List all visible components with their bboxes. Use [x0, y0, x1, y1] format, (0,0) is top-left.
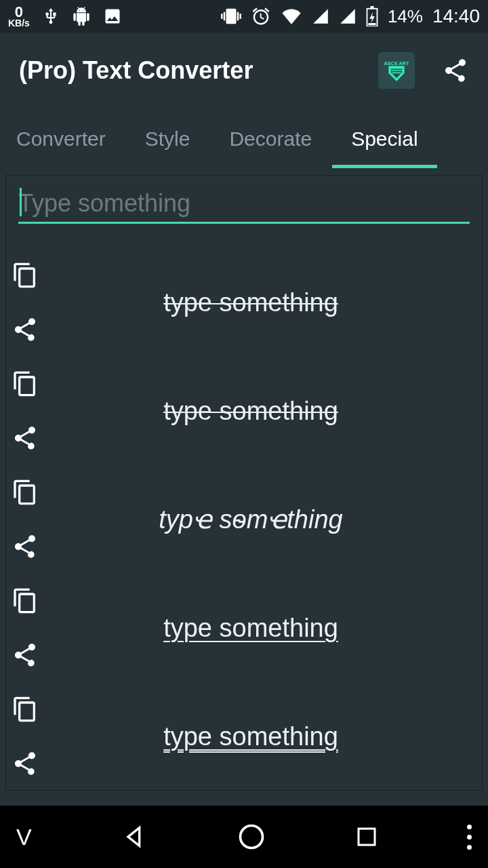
tab-converter[interactable]: Converter — [16, 127, 106, 167]
share-icon[interactable] — [12, 425, 39, 452]
nav-v-label: V — [16, 824, 33, 850]
result-text: typҽ sѳmҽthing — [159, 505, 342, 534]
result-row: type something — [6, 682, 482, 791]
status-bar: 0 KB/s 14% 14:40 — [0, 0, 488, 33]
result-text: type something — [163, 614, 338, 643]
battery-icon — [366, 6, 378, 26]
signal2-icon — [339, 7, 357, 25]
share-icon[interactable] — [12, 316, 39, 343]
back-button[interactable] — [121, 823, 148, 850]
recent-button[interactable] — [354, 825, 379, 849]
copy-icon[interactable] — [12, 696, 39, 723]
result-text: type something — [163, 722, 338, 751]
wifi-icon — [281, 7, 302, 26]
menu-dots-icon[interactable] — [467, 825, 472, 850]
app-title: (Pro) Text Converter — [19, 56, 253, 85]
ascii-art-button[interactable]: ASCII ART — [378, 52, 415, 89]
tab-bar: Converter Style Decorate Special — [0, 108, 488, 170]
svg-rect-2 — [368, 23, 375, 25]
battery-percent: 14% — [388, 6, 423, 27]
text-input[interactable] — [18, 185, 470, 224]
share-icon[interactable] — [12, 642, 39, 669]
copy-icon[interactable] — [12, 370, 39, 397]
tab-style[interactable]: Style — [145, 127, 190, 167]
clock-time: 14:40 — [432, 5, 480, 27]
content-area: type something type something — [5, 175, 483, 791]
share-icon[interactable] — [12, 750, 39, 777]
usb-icon — [42, 6, 60, 26]
network-speed: 0 KB/s — [8, 5, 30, 27]
svg-rect-1 — [370, 6, 373, 9]
tab-special[interactable]: Special — [351, 127, 418, 167]
vibrate-icon — [221, 6, 241, 26]
home-button[interactable] — [237, 822, 266, 852]
result-text: type something — [163, 397, 338, 426]
result-row: type something — [6, 357, 482, 465]
alarm-icon — [251, 6, 271, 26]
result-text: type something — [163, 288, 338, 317]
navigation-bar: V — [0, 806, 488, 868]
result-row: type something — [6, 574, 482, 682]
share-icon[interactable] — [12, 533, 39, 560]
signal1-icon — [312, 7, 329, 25]
tab-decorate[interactable]: Decorate — [229, 127, 312, 167]
svg-text:ASCII ART: ASCII ART — [384, 60, 409, 66]
copy-icon[interactable] — [12, 262, 39, 289]
copy-icon[interactable] — [12, 587, 39, 614]
svg-point-4 — [240, 826, 262, 848]
share-icon[interactable] — [442, 57, 469, 84]
image-icon — [103, 7, 122, 26]
text-cursor — [20, 188, 22, 216]
copy-icon[interactable] — [12, 479, 39, 506]
result-row: typҽ sѳmҽthing — [6, 465, 482, 574]
result-row: type something — [6, 248, 482, 357]
android-icon — [72, 7, 91, 26]
svg-rect-5 — [359, 829, 375, 845]
app-bar: (Pro) Text Converter ASCII ART — [0, 33, 488, 108]
